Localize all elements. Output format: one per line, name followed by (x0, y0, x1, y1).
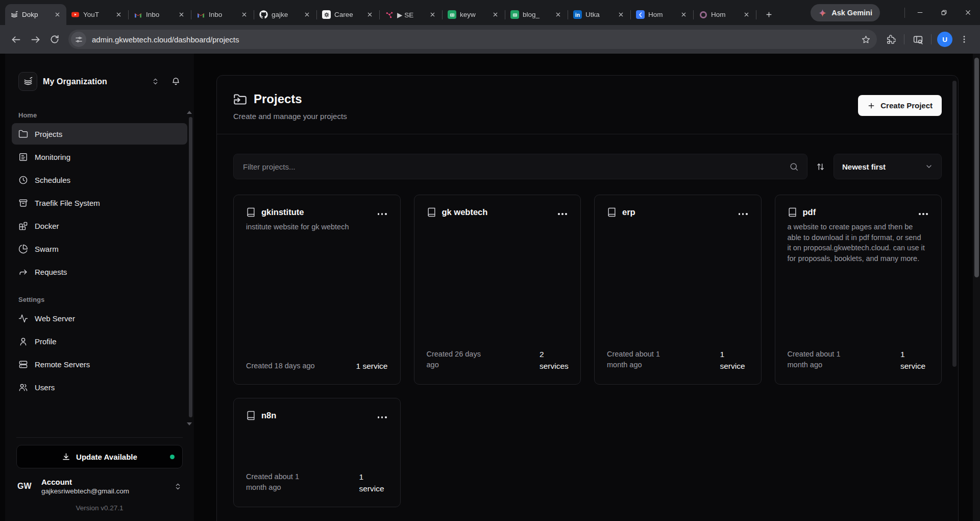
sidebar-section-settings: Settings (18, 296, 181, 303)
sort-arrows-icon[interactable] (816, 162, 825, 172)
browser-tab[interactable]: Hom (694, 4, 755, 25)
tab-close-icon[interactable] (491, 10, 500, 19)
user-icon (18, 337, 28, 346)
pie-chart-icon (18, 244, 28, 254)
browser-menu-icon[interactable] (954, 30, 974, 49)
browser-tab[interactable]: Caree (317, 4, 379, 25)
sidebar-scroll-up-icon[interactable] (187, 111, 192, 114)
ask-gemini-button[interactable]: Ask Gemini (811, 4, 880, 21)
update-available-button[interactable]: Update Available (16, 445, 183, 468)
tab-label: Hom (648, 11, 676, 18)
sidebar-item-label: Monitoring (35, 153, 70, 161)
project-card[interactable]: erp Created about 1 month ago 1 service (594, 195, 762, 385)
panel-scrollbar[interactable] (952, 81, 957, 367)
browser-tab[interactable]: ▶ SE (380, 4, 442, 25)
sidebar-item-label: Docker (35, 222, 59, 230)
linkedin-favicon-icon (573, 10, 582, 19)
sidebar-item-projects[interactable]: Projects (12, 123, 187, 145)
tab-close-icon[interactable] (177, 10, 186, 19)
tab-label: blog_ (523, 11, 550, 18)
project-menu-button[interactable] (918, 212, 929, 216)
window-minimize-button[interactable] (908, 0, 932, 25)
sidebar-item-users[interactable]: Users (12, 376, 187, 398)
tab-close-icon[interactable] (554, 10, 562, 19)
project-card[interactable]: gkinstitute institute website for gk web… (233, 195, 401, 385)
tab-close-icon[interactable] (303, 10, 311, 19)
sidebar-item-label: Profile (35, 337, 57, 346)
project-menu-button[interactable] (377, 415, 388, 419)
sidebar-item-swarm[interactable]: Swarm (12, 238, 187, 259)
sidebar-item-requests[interactable]: Requests (12, 261, 187, 282)
notifications-bell-icon[interactable] (171, 77, 181, 86)
browser-tab[interactable]: Inbo (192, 4, 253, 25)
sidebar-item-monitoring[interactable]: Monitoring (12, 146, 187, 168)
url-text: admin.gkwebtech.cloud/dashboard/projects (92, 35, 857, 44)
account-switcher[interactable]: GW Account gajkesriwebtech@gmail.com (17, 478, 182, 495)
browser-tab[interactable]: Inbo (129, 4, 190, 25)
tab-label: Hom (711, 11, 739, 18)
page-scrollbar-track[interactable] (973, 54, 980, 521)
project-card[interactable]: n8n Created about 1 month ago 1 service (233, 398, 401, 507)
sidebar-scrollbar[interactable] (189, 117, 192, 417)
tab-close-icon[interactable] (53, 10, 62, 19)
gemini-star-icon (818, 9, 827, 17)
book-icon (246, 207, 256, 217)
sidebar-item-profile[interactable]: Profile (12, 330, 187, 352)
project-card[interactable]: gk webtech Created 26 days ago 2 service… (414, 195, 581, 385)
filter-projects-field[interactable] (233, 154, 807, 179)
tab-close-icon[interactable] (428, 10, 437, 19)
back-button[interactable] (6, 30, 26, 49)
project-card[interactable]: pdf a website to create pages and then b… (775, 195, 942, 385)
tab-close-icon[interactable] (114, 10, 123, 19)
tab-close-icon[interactable] (365, 10, 374, 19)
sidebar-item-web-server[interactable]: Web Server (12, 307, 187, 329)
project-menu-button[interactable] (557, 212, 568, 216)
sidebar-item-label: Traefik File System (35, 199, 100, 207)
sidebar-item-schedules[interactable]: Schedules (12, 169, 187, 191)
ring-favicon-icon (699, 10, 707, 19)
browser-tab[interactable]: Hom (631, 4, 693, 25)
sidebar-item-label: Swarm (35, 245, 59, 253)
seo-tool-favicon-icon (385, 10, 394, 19)
account-title: Account (41, 478, 167, 486)
tab-close-icon[interactable] (742, 10, 751, 19)
browser-tab-strip: Dokp YouT Inbo Inbo gajke Caree ▶ SE key… (0, 0, 980, 25)
project-menu-button[interactable] (377, 212, 388, 216)
organization-name: My Organization (43, 77, 146, 86)
sort-order-select[interactable]: Newest first (834, 154, 942, 179)
side-panel-icon[interactable] (908, 30, 927, 49)
organization-switcher[interactable]: My Organization (18, 72, 181, 91)
extensions-icon[interactable] (881, 30, 900, 49)
browser-tab[interactable]: blog_ (506, 4, 567, 25)
browser-tab[interactable]: Utka (569, 4, 630, 25)
browser-tab[interactable]: keyw (443, 4, 504, 25)
bookmark-star-icon[interactable] (857, 31, 874, 48)
sidebar-item-remote-servers[interactable]: Remote Servers (12, 353, 187, 375)
project-name: gkinstitute (261, 207, 304, 217)
window-restore-button[interactable] (932, 0, 956, 25)
site-settings-icon[interactable] (71, 32, 86, 47)
tab-close-icon[interactable] (679, 10, 688, 19)
browser-tab[interactable]: gajke (255, 4, 316, 25)
browser-tab[interactable]: Dokp (5, 4, 66, 25)
address-bar[interactable]: admin.gkwebtech.cloud/dashboard/projects (68, 30, 877, 49)
reload-button[interactable] (45, 30, 64, 49)
sidebar-item-docker[interactable]: Docker (12, 215, 187, 236)
filter-projects-input[interactable] (242, 162, 789, 172)
sidebar-scroll-down-icon[interactable] (187, 422, 192, 425)
chevrons-up-down-icon[interactable] (152, 78, 159, 85)
tab-close-icon[interactable] (240, 10, 249, 19)
tab-label: Caree (334, 11, 362, 18)
blocks-icon (18, 221, 28, 231)
tab-close-icon[interactable] (617, 10, 625, 19)
profile-avatar[interactable]: U (937, 32, 952, 47)
project-menu-button[interactable] (738, 212, 749, 216)
sidebar-item-traefik-file-system[interactable]: Traefik File System (12, 192, 187, 214)
create-project-button[interactable]: Create Project (858, 95, 942, 116)
forward-button[interactable] (26, 30, 45, 49)
page-scrollbar-thumb[interactable] (974, 58, 979, 277)
browser-tab[interactable]: YouT (66, 4, 128, 25)
new-tab-button[interactable] (761, 7, 776, 22)
window-close-button[interactable] (956, 0, 980, 25)
account-avatar: GW (17, 482, 35, 491)
